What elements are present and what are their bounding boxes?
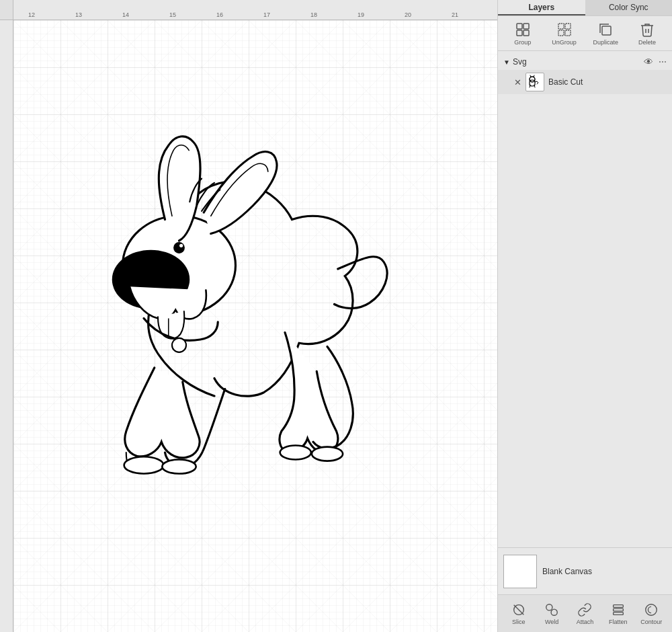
- bottom-toolbar: Slice Weld Attach Flatten: [498, 594, 672, 632]
- tab-color-sync[interactable]: Color Sync: [585, 0, 673, 15]
- ungroup-button[interactable]: UnGroup: [547, 19, 582, 48]
- svg-point-24: [530, 77, 535, 82]
- right-panel: Layers Color Sync Group UnGroup: [497, 0, 672, 632]
- svg-rect-29: [614, 604, 624, 607]
- svg-rect-20: [565, 24, 571, 29]
- attach-button[interactable]: Attach: [569, 598, 600, 630]
- svg-group-row[interactable]: ▼ Svg 👁 ⋯: [498, 54, 672, 70]
- ruler-mark-13: 13: [75, 11, 82, 18]
- expand-arrow: ▼: [503, 58, 510, 66]
- delete-button[interactable]: Delete: [630, 19, 665, 48]
- svg-point-12: [162, 460, 196, 474]
- svg-rect-16: [523, 24, 529, 29]
- group-button[interactable]: Group: [505, 19, 540, 48]
- basic-cut-label: Basic Cut: [548, 77, 583, 87]
- tab-layers[interactable]: Layers: [498, 0, 585, 15]
- layers-tree: ▼ Svg 👁 ⋯ ✕ Basic Cut: [498, 51, 672, 547]
- ruler-mark-19: 19: [358, 11, 364, 18]
- ruler-mark-18: 18: [310, 11, 317, 18]
- svg-point-11: [124, 457, 164, 473]
- svg-rect-31: [614, 612, 624, 615]
- svg-point-8: [173, 242, 185, 253]
- svg-point-28: [551, 609, 557, 615]
- layers-toolbar: Group UnGroup Duplicate: [498, 16, 672, 51]
- canvas-svg: [13, 20, 497, 632]
- svg-point-13: [280, 446, 311, 460]
- ruler-top: 12 13 14 15 16 17 18 19 20 21: [0, 0, 497, 20]
- blank-canvas-section: Blank Canvas: [498, 547, 672, 594]
- svg-rect-30: [614, 608, 624, 611]
- duplicate-button[interactable]: Duplicate: [588, 19, 623, 48]
- svg-point-9: [179, 244, 183, 247]
- more-icon[interactable]: ⋯: [659, 57, 667, 67]
- canvas-thumbnail: [503, 555, 537, 588]
- layer-thumbnail: [526, 73, 544, 91]
- svg-point-10: [172, 338, 186, 352]
- canvas-area: 12 13 14 15 16 17 18 19 20 21: [0, 0, 497, 632]
- tabs-bar: Layers Color Sync: [498, 0, 672, 16]
- flatten-button[interactable]: Flatten: [603, 598, 634, 630]
- close-icon-layer[interactable]: ✕: [514, 77, 521, 87]
- ruler-mark-20: 20: [405, 11, 411, 18]
- canvas-label: Blank Canvas: [542, 567, 592, 576]
- svg-rect-5: [13, 20, 497, 632]
- ruler-mark-12: 12: [28, 11, 35, 18]
- canvas-content[interactable]: [13, 20, 497, 632]
- svg-rect-18: [523, 30, 529, 36]
- svg-point-27: [546, 604, 552, 610]
- svg-group-label: Svg: [513, 57, 527, 67]
- eye-icon[interactable]: 👁: [644, 56, 653, 67]
- svg-rect-17: [517, 30, 522, 36]
- basic-cut-row[interactable]: ✕ Basic Cut: [498, 70, 672, 94]
- svg-rect-21: [558, 30, 564, 36]
- ruler-left: [0, 20, 13, 632]
- ruler-mark-14: 14: [122, 11, 129, 18]
- ruler-mark-15: 15: [169, 11, 176, 18]
- contour-button[interactable]: Contour: [636, 598, 667, 630]
- svg-rect-15: [517, 24, 522, 29]
- ruler-mark-16: 16: [216, 11, 223, 18]
- svg-rect-19: [558, 24, 564, 29]
- svg-rect-23: [602, 26, 611, 35]
- slice-button[interactable]: Slice: [503, 598, 534, 630]
- weld-button[interactable]: Weld: [536, 598, 567, 630]
- ruler-mark-17: 17: [263, 11, 270, 18]
- svg-point-14: [312, 447, 343, 461]
- ruler-mark-21: 21: [452, 11, 458, 18]
- svg-rect-22: [565, 30, 571, 36]
